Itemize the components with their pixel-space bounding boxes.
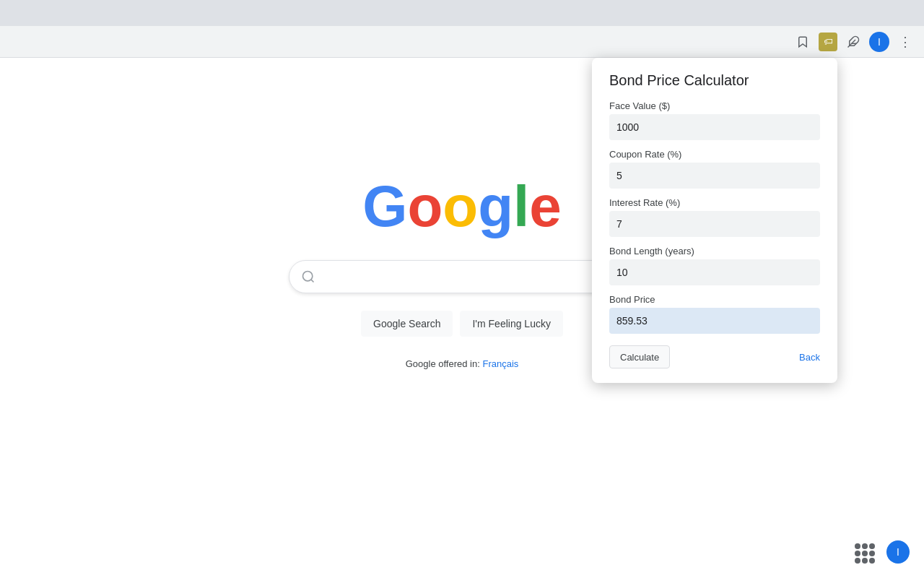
interest-rate-field: Interest Rate (%) <box>609 197 820 237</box>
face-value-field: Face Value ($) <box>609 100 820 140</box>
feeling-lucky-button[interactable]: I'm Feeling Lucky <box>460 311 563 337</box>
bond-length-field: Bond Length (years) <box>609 246 820 285</box>
calculate-button[interactable]: Calculate <box>609 345 670 368</box>
browser-toolbar: 🏷 I ⋮ <box>0 26 924 58</box>
main-page-area: Google Google Search I'm Feeling Lucky <box>0 58 924 578</box>
apps-grid-icon[interactable] <box>852 540 875 564</box>
search-input[interactable] <box>323 270 606 283</box>
extension-icon[interactable]: 🏷 <box>819 33 837 51</box>
browser-top-bar: ▼ <box>0 0 924 26</box>
bond-price-label: Bond Price <box>609 294 820 305</box>
interest-rate-input[interactable] <box>609 211 820 237</box>
calculator-actions: Calculate Back <box>609 345 820 368</box>
search-bar-container <box>289 260 635 293</box>
bond-price-field: Bond Price <box>609 294 820 334</box>
puzzle-icon[interactable] <box>843 32 863 52</box>
calculator-popup: Bond Price Calculator Face Value ($) Cou… <box>592 58 837 383</box>
back-link[interactable]: Back <box>799 352 820 363</box>
bond-price-input[interactable] <box>609 308 820 334</box>
google-search-button[interactable]: Google Search <box>361 311 453 337</box>
search-buttons: Google Search I'm Feeling Lucky <box>361 311 563 337</box>
bottom-right-icons: I <box>852 540 910 564</box>
coupon-rate-label: Coupon Rate (%) <box>609 149 820 160</box>
user-avatar-bottom[interactable]: I <box>886 540 910 564</box>
offered-in-text: Google offered in: Français <box>406 358 519 369</box>
bond-length-input[interactable] <box>609 259 820 285</box>
google-logo: Google <box>362 173 562 240</box>
svg-point-2 <box>303 272 313 281</box>
face-value-label: Face Value ($) <box>609 100 820 111</box>
user-avatar-toolbar[interactable]: I <box>869 32 889 52</box>
bond-length-label: Bond Length (years) <box>609 246 820 256</box>
face-value-input[interactable] <box>609 114 820 140</box>
more-menu-icon[interactable]: ⋮ <box>895 32 915 52</box>
calculator-title: Bond Price Calculator <box>609 72 820 89</box>
search-icon <box>301 269 315 284</box>
coupon-rate-input[interactable] <box>609 163 820 189</box>
bookmark-icon[interactable] <box>793 32 813 52</box>
coupon-rate-field: Coupon Rate (%) <box>609 149 820 189</box>
language-link[interactable]: Français <box>482 358 518 369</box>
search-bar[interactable] <box>289 260 635 293</box>
interest-rate-label: Interest Rate (%) <box>609 197 820 208</box>
